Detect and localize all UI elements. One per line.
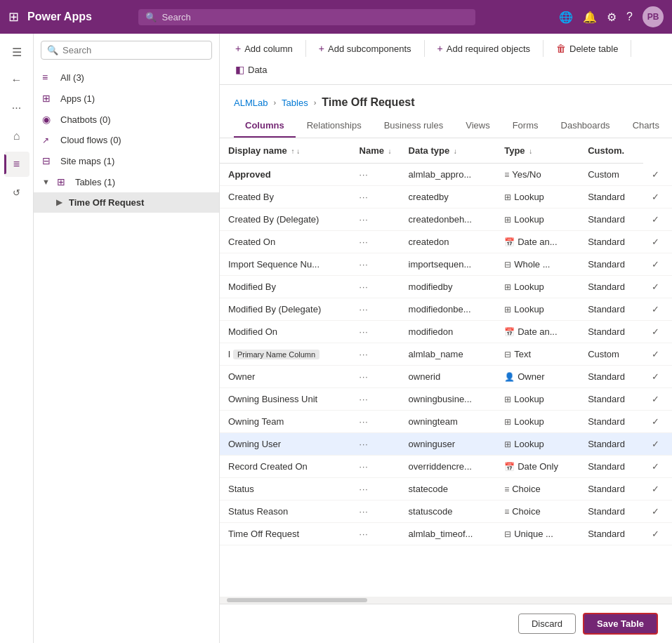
tab-business-rules[interactable]: Business rules <box>373 114 455 138</box>
back-icon[interactable]: ← <box>4 67 29 93</box>
chatbots-icon: ◉ <box>42 114 55 125</box>
delete-table-button[interactable]: 🗑 Delete table <box>549 39 625 58</box>
all-icon: ≡ <box>42 72 55 83</box>
sidebar-item-all[interactable]: ≡ All (3) <box>34 67 219 88</box>
dots-nav-icon[interactable]: ··· <box>4 95 29 121</box>
globe-icon[interactable]: 🌐 <box>559 11 573 24</box>
row-dots-menu[interactable]: ··· <box>360 260 369 270</box>
row-display-name: Owning Business Unit <box>228 394 317 404</box>
breadcrumb: ALMLab › Tables › Time Off Request <box>220 85 672 114</box>
custom-check-icon: ✓ <box>652 192 659 202</box>
data-type-icon: ≡ <box>504 507 509 517</box>
row-dots-menu[interactable]: ··· <box>360 372 369 382</box>
row-display-name: Modified On <box>228 326 277 337</box>
header: ⊞ Power Apps 🔍 🌐 🔔 ⚙ ? PB <box>0 0 672 34</box>
tab-columns[interactable]: Columns <box>234 114 296 138</box>
breadcrumb-almlab[interactable]: ALMLab <box>234 98 268 108</box>
tab-forms[interactable]: Forms <box>501 114 550 138</box>
sidebar-item-chatbots-label: Chatbots (0) <box>60 114 111 125</box>
custom-check-icon: ✓ <box>652 529 659 539</box>
row-display-name: Status <box>228 484 254 494</box>
tab-charts[interactable]: Charts <box>621 114 671 138</box>
breadcrumb-tables[interactable]: Tables <box>282 98 308 108</box>
row-custom: ✓ <box>643 411 672 433</box>
gear-icon[interactable]: ⚙ <box>607 11 617 24</box>
data-type-icon: 📅 <box>504 237 515 247</box>
sidebar-item-site-maps[interactable]: ⊟ Site maps (1) <box>34 150 219 171</box>
sidebar-item-time-off-request[interactable]: ▶ Time Off Request <box>34 192 219 213</box>
row-col-name: statecode <box>400 478 496 501</box>
row-dots-menu[interactable]: ··· <box>360 237 369 247</box>
row-dots-menu[interactable]: ··· <box>360 305 369 314</box>
row-dots-menu[interactable]: ··· <box>360 395 369 404</box>
row-dots-menu[interactable]: ··· <box>360 215 369 225</box>
row-dots-menu[interactable]: ··· <box>360 170 369 180</box>
avatar[interactable]: PB <box>643 6 664 27</box>
custom-check-icon: ✓ <box>652 484 659 494</box>
bell-icon[interactable]: 🔔 <box>583 11 597 24</box>
custom-check-icon: ✓ <box>652 169 659 180</box>
header-search-input[interactable] <box>162 12 468 22</box>
row-col-name: overriddencre... <box>400 456 496 478</box>
sidebar-item-apps[interactable]: ⊞ Apps (1) <box>34 88 219 109</box>
row-data-type: 📅Date Only <box>496 456 579 478</box>
sidebar-search-input[interactable] <box>62 45 206 55</box>
row-display-name: Owning Team <box>228 416 284 427</box>
tab-dashboards[interactable]: Dashboards <box>550 114 621 138</box>
add-required-button[interactable]: + Add required objects <box>430 39 537 58</box>
search-icon: 🔍 <box>145 12 157 22</box>
home-icon[interactable]: ⌂ <box>4 124 29 149</box>
sidebar-item-cloud-flows-label: Cloud flows (0) <box>60 135 121 145</box>
sidebar-item-site-maps-label: Site maps (1) <box>60 156 114 166</box>
col-header-type[interactable]: Type ↓ <box>496 138 579 164</box>
history-icon[interactable]: ↺ <box>4 180 29 205</box>
menu-icon[interactable]: ☰ <box>4 39 29 65</box>
grid-icon[interactable]: ⊞ <box>8 9 19 25</box>
row-data-type: 📅Date an... <box>496 231 579 253</box>
row-display-name: Import Sequence Nu... <box>228 259 319 270</box>
row-type: Standard <box>579 276 643 298</box>
row-custom: ✓ <box>643 164 672 186</box>
sidebar-item-chatbots[interactable]: ◉ Chatbots (0) <box>34 109 219 130</box>
data-button[interactable]: ◧ Data <box>228 60 274 79</box>
data-type-icon: ⊞ <box>504 282 511 292</box>
custom-check-icon: ✓ <box>652 394 659 404</box>
row-type: Custom <box>579 343 643 366</box>
sidebar-item-tables[interactable]: ▼ ⊞ Tables (1) <box>34 171 219 192</box>
table-row: Import Sequence Nu...···importsequen...⊟… <box>220 253 672 276</box>
row-dots-menu[interactable]: ··· <box>360 350 369 359</box>
row-dots-menu[interactable]: ··· <box>360 327 369 337</box>
col-header-custom: Custom. <box>579 138 643 164</box>
discard-button[interactable]: Discard <box>518 614 576 634</box>
custom-check-icon: ✓ <box>652 416 659 427</box>
sidebar-item-cloud-flows[interactable]: ↗ Cloud flows (0) <box>34 130 219 150</box>
col-header-display-name[interactable]: Display name ↑ ↓ <box>220 138 351 164</box>
layout: ☰ ← ··· ⌂ ≡ ↺ 🔍 ≡ All (3) ⊞ Apps (1) ◉ C… <box>0 34 672 643</box>
data-type-icon: ⊟ <box>504 529 511 539</box>
col-header-data-type[interactable]: Data type ↓ <box>400 138 496 164</box>
add-subcomponents-button[interactable]: + Add subcomponents <box>312 39 419 58</box>
row-dots-menu[interactable]: ··· <box>360 417 369 427</box>
hscroll-bar[interactable] <box>220 597 672 604</box>
save-table-button[interactable]: Save Table <box>583 613 658 635</box>
row-dots-menu[interactable]: ··· <box>360 529 369 539</box>
col-header-name[interactable]: Name ↓ <box>351 138 400 164</box>
data-type-icon: ⊟ <box>504 350 511 359</box>
row-display-name: Owner <box>228 371 255 382</box>
row-data-type: 👤Owner <box>496 366 579 388</box>
row-dots-menu[interactable]: ··· <box>360 282 369 292</box>
help-icon[interactable]: ? <box>626 11 633 23</box>
row-dots-menu[interactable]: ··· <box>360 507 369 517</box>
list-icon[interactable]: ≡ <box>4 152 29 177</box>
tab-relationships[interactable]: Relationships <box>296 114 373 138</box>
row-dots-menu[interactable]: ··· <box>360 462 369 472</box>
row-col-name: importsequen... <box>400 253 496 276</box>
row-dots-menu[interactable]: ··· <box>360 484 369 494</box>
sidebar-item-all-label: All (3) <box>60 72 84 83</box>
row-dots-menu[interactable]: ··· <box>360 192 369 202</box>
add-column-button[interactable]: + Add column <box>228 39 300 58</box>
row-col-name: almlab_timeof... <box>400 523 496 545</box>
row-dots-menu[interactable]: ··· <box>360 439 369 449</box>
row-custom: ✓ <box>643 343 672 366</box>
tab-views[interactable]: Views <box>454 114 501 138</box>
